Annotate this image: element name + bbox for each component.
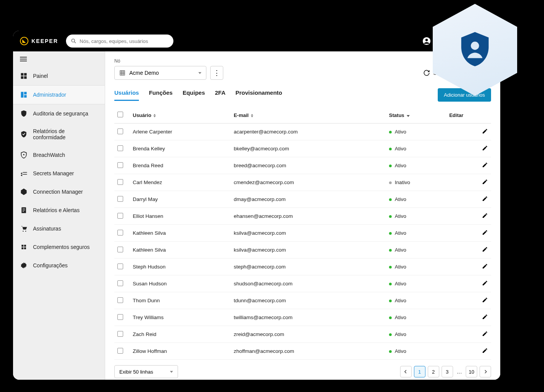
edit-button[interactable] — [482, 180, 488, 186]
cell-email: ksilva@acmecorp.com — [231, 242, 386, 259]
svg-point-17 — [23, 231, 24, 232]
row-checkbox[interactable] — [117, 297, 123, 303]
cell-email: tdunn@acmecorp.com — [231, 292, 386, 309]
node-selector[interactable]: Acme Demo — [114, 66, 206, 80]
pencil-icon — [482, 246, 488, 252]
svg-rect-7 — [24, 76, 27, 79]
col-user[interactable]: Usuário — [130, 107, 231, 124]
shield-icon — [20, 110, 28, 117]
cell-status: Ativo — [386, 208, 446, 225]
row-checkbox[interactable] — [117, 128, 123, 134]
sidebar-item-secrets-manager[interactable]: Secrets Manager — [13, 164, 105, 183]
table-row: Kathleen Silvaksilva@acmecorp.comAtivo — [114, 242, 491, 259]
svg-point-3 — [425, 39, 428, 41]
edit-button[interactable] — [482, 248, 488, 254]
row-checkbox[interactable] — [117, 162, 123, 168]
row-checkbox[interactable] — [117, 348, 123, 354]
page-button-10[interactable]: 10 — [466, 366, 477, 377]
edit-button[interactable] — [482, 265, 488, 270]
row-checkbox[interactable] — [117, 264, 123, 269]
sidebar-item-connection-manager[interactable]: Connection Manager — [13, 183, 105, 201]
svg-line-1 — [74, 42, 76, 43]
edit-button[interactable] — [482, 214, 488, 220]
row-checkbox[interactable] — [117, 314, 123, 320]
svg-rect-14 — [23, 209, 25, 209]
sidebar-item-assinaturas[interactable]: Assinaturas — [13, 219, 105, 238]
cell-user: Zillow Hoffman — [130, 343, 231, 360]
select-all-checkbox[interactable] — [117, 112, 123, 117]
tab-2fa[interactable]: 2FA — [215, 89, 226, 101]
status-dot-icon — [389, 283, 392, 285]
row-checkbox[interactable] — [117, 230, 123, 236]
cell-email: dmay@acmecorp.com — [231, 191, 386, 208]
row-checkbox[interactable] — [117, 145, 123, 151]
col-status[interactable]: Status — [386, 107, 446, 124]
edit-button[interactable] — [482, 231, 488, 237]
admin-icon — [20, 91, 28, 99]
cell-status: Ativo — [386, 326, 446, 343]
table-row: Steph Hudsonsteph@acmecorp.comAtivo — [114, 259, 491, 275]
hamburger-icon — [20, 57, 27, 61]
sidebar-item-complementos-seguros[interactable]: Complementos seguros — [13, 238, 105, 256]
tab-provisionamento[interactable]: Provisionamento — [236, 89, 282, 101]
chevron-down-icon — [170, 371, 173, 373]
row-checkbox[interactable] — [117, 213, 123, 219]
table-footer: Exibir 50 linhas 123...10 — [114, 365, 491, 378]
edit-button[interactable] — [482, 349, 488, 355]
col-email[interactable]: E-mail — [231, 107, 386, 124]
rows-per-page-select[interactable]: Exibir 50 linhas — [114, 365, 178, 378]
tab-fun-es[interactable]: Funções — [149, 89, 173, 101]
svg-rect-9 — [24, 92, 27, 95]
row-checkbox[interactable] — [117, 247, 123, 252]
sidebar-item-label: Painel — [33, 73, 48, 79]
body-area: PainelAdministradorAuditoria de seguranç… — [13, 51, 500, 380]
page-prev-button[interactable] — [400, 366, 412, 377]
cell-status: Ativo — [386, 124, 446, 140]
tab-usu-rios[interactable]: Usuários — [114, 89, 139, 101]
tab-equipes[interactable]: Equipes — [183, 89, 205, 101]
edit-button[interactable] — [482, 298, 488, 304]
sidebar-toggle[interactable] — [13, 51, 105, 67]
cell-status: Ativo — [386, 140, 446, 157]
edit-button[interactable] — [482, 147, 488, 152]
svg-rect-24 — [120, 71, 125, 75]
row-checkbox[interactable] — [117, 331, 123, 337]
cell-status: Ativo — [386, 259, 446, 275]
page-next-button[interactable] — [480, 366, 491, 377]
pencil-icon — [482, 162, 488, 168]
page-button-1[interactable]: 1 — [414, 366, 425, 377]
edit-button[interactable] — [482, 282, 488, 287]
svg-rect-21 — [21, 247, 23, 249]
main-content: Nó Acme Demo ⋮ Sincronização rápida Usuá… — [105, 51, 500, 380]
sidebar-item-painel[interactable]: Painel — [13, 67, 105, 85]
sidebar-item-administrador[interactable]: Administrador — [13, 85, 105, 104]
sidebar-item-breachwatch[interactable]: BreachWatch — [13, 146, 105, 164]
sidebar-item-relat-rios-de-conformidade[interactable]: Relatórios de conformidade — [13, 123, 105, 146]
page-button-2[interactable]: 2 — [428, 366, 439, 377]
sidebar-item-auditoria-de-seguran-a[interactable]: Auditoria de segurança — [13, 104, 105, 123]
node-more-button[interactable]: ⋮ — [210, 66, 223, 80]
sidebar-item-relat-rios-e-alertas[interactable]: Relatórios e Alertas — [13, 201, 105, 219]
row-checkbox[interactable] — [117, 179, 123, 185]
cell-status: Ativo — [386, 309, 446, 326]
edit-button[interactable] — [482, 163, 488, 169]
cart-icon — [20, 225, 28, 232]
cell-email: ksilva@acmecorp.com — [231, 225, 386, 242]
edit-button[interactable] — [482, 315, 488, 321]
page-button-3[interactable]: 3 — [442, 366, 453, 377]
cell-user: Thom Dunn — [130, 292, 231, 309]
brand-logo: KEEPER — [20, 37, 58, 45]
row-checkbox[interactable] — [117, 280, 123, 286]
edit-button[interactable] — [482, 130, 488, 135]
edit-button[interactable] — [482, 197, 488, 203]
sidebar-item-configura-es[interactable]: Configurações — [13, 256, 105, 275]
pencil-icon — [482, 229, 488, 236]
search-input[interactable] — [66, 35, 173, 48]
chevron-down-icon — [407, 115, 410, 117]
row-checkbox[interactable] — [117, 196, 123, 202]
shield-check-icon — [20, 130, 28, 138]
svg-rect-5 — [24, 73, 27, 76]
edit-button[interactable] — [482, 332, 488, 338]
cell-status: Ativo — [386, 191, 446, 208]
svg-rect-19 — [21, 245, 23, 247]
